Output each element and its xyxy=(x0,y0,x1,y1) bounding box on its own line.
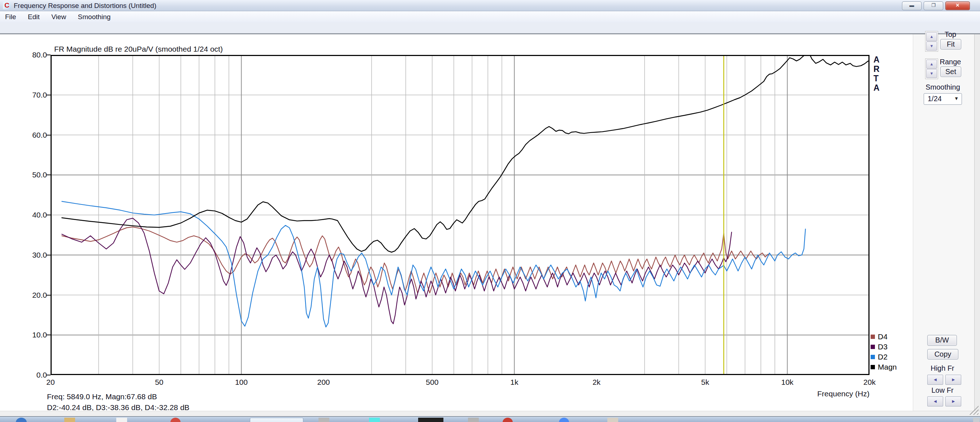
series-d2 xyxy=(62,201,805,327)
legend-swatch xyxy=(870,365,875,369)
low-fr-right-button[interactable]: ► xyxy=(945,397,961,406)
panel-divider xyxy=(913,34,913,411)
y-tick-mark xyxy=(46,334,51,335)
arta-app-icon: C xyxy=(3,2,11,10)
y-tick-mark xyxy=(46,135,51,135)
x-tick-label: 5k xyxy=(689,378,721,387)
red-app-icon[interactable] xyxy=(170,418,181,422)
legend: D4D3D2Magn xyxy=(870,332,914,372)
arta-watermark: A R T A xyxy=(873,55,880,92)
legend-label: Magn xyxy=(878,363,897,371)
y-tick-mark xyxy=(46,54,51,55)
smoothing-value: 1/24 xyxy=(928,95,942,103)
y-tick-label: 50.0 xyxy=(21,170,47,179)
y-tick-mark xyxy=(46,175,51,175)
x-tick-label: 2k xyxy=(580,378,613,387)
y-tick-mark xyxy=(46,295,51,296)
series-d4 xyxy=(62,227,768,293)
high-fr-right-button[interactable]: ► xyxy=(945,375,961,385)
beige-app-icon[interactable] xyxy=(607,418,618,422)
toolbar-strip xyxy=(0,22,980,33)
window-title: Frequency Response and Distortions (Unti… xyxy=(14,2,156,10)
y-tick-mark xyxy=(46,255,51,255)
x-tick-label: 500 xyxy=(416,378,449,387)
high-fr-label: High Fr xyxy=(924,364,961,373)
screen: { "window": { "title": "Frequency Respon… xyxy=(0,0,980,422)
y-tick-mark xyxy=(46,215,51,215)
smoothing-dropdown[interactable]: 1/24 ▼ xyxy=(924,93,962,105)
window-frame-right xyxy=(974,34,980,416)
top-label: Top xyxy=(939,30,962,39)
red-app2-icon[interactable] xyxy=(503,418,513,422)
series-magn xyxy=(62,55,870,252)
range-spinner: ▲ ▼ xyxy=(925,59,938,79)
low-fr-label: Low Fr xyxy=(924,386,961,395)
minimize-button[interactable]: ▬ xyxy=(902,2,921,10)
high-fr-left-button[interactable]: ◄ xyxy=(927,375,943,385)
x-axis-title: Frequency (Hz) xyxy=(761,390,870,398)
browser-icon[interactable] xyxy=(559,418,569,422)
meter-app-icon[interactable] xyxy=(418,418,444,422)
chevron-down-icon: ▼ xyxy=(954,96,959,101)
fit-button[interactable]: Fit xyxy=(940,39,961,49)
series-d3 xyxy=(62,218,732,324)
x-tick-label: 100 xyxy=(225,378,258,387)
legend-swatch xyxy=(870,334,875,339)
menu-smoothing[interactable]: Smoothing xyxy=(73,11,116,23)
x-tick-label: 20k xyxy=(853,378,886,387)
start-orb[interactable] xyxy=(16,418,27,422)
legend-item-d2: D2 xyxy=(870,352,914,362)
legend-label: D3 xyxy=(878,342,888,351)
range-down-button[interactable]: ▼ xyxy=(926,69,937,78)
y-tick-mark xyxy=(46,95,51,96)
low-fr-buttons: ◄ ► xyxy=(927,397,962,406)
smoothing-label: Smoothing xyxy=(921,83,964,91)
legend-item-d4: D4 xyxy=(870,332,914,342)
scope-app-icon[interactable] xyxy=(369,418,380,422)
x-tick-label: 1k xyxy=(498,378,530,387)
active-task-button[interactable] xyxy=(250,418,303,422)
chart-canvas[interactable] xyxy=(51,55,870,375)
top-down-button[interactable]: ▼ xyxy=(926,41,937,51)
notepad-icon[interactable] xyxy=(116,418,127,422)
y-tick-label: 70.0 xyxy=(21,91,47,99)
legend-item-magn: Magn xyxy=(870,362,914,372)
legend-label: D2 xyxy=(878,353,888,361)
chart-title: FR Magnitude dB re 20uPa/V (smoothed 1/2… xyxy=(54,45,223,54)
menu-edit[interactable]: Edit xyxy=(23,11,45,23)
range-label: Range xyxy=(937,58,963,66)
restore-button[interactable]: ❐ xyxy=(924,2,943,10)
legend-swatch xyxy=(870,355,875,359)
high-fr-buttons: ◄ ► xyxy=(927,375,962,385)
close-button[interactable]: ✕ xyxy=(945,2,970,10)
y-tick-label: 10.0 xyxy=(21,331,47,339)
legend-swatch xyxy=(870,345,875,349)
bw-button[interactable]: B/W xyxy=(927,335,957,346)
legend-label: D4 xyxy=(878,333,888,341)
y-tick-mark xyxy=(46,375,51,376)
gray-app2-icon[interactable] xyxy=(468,418,479,422)
taskbar[interactable] xyxy=(0,416,980,422)
legend-item-d3: D3 xyxy=(870,342,914,352)
range-up-button[interactable]: ▲ xyxy=(926,60,937,68)
menu-file[interactable]: File xyxy=(0,11,21,23)
x-tick-label: 10k xyxy=(771,378,803,387)
cursor-readout-line1: Freq: 5849.0 Hz, Magn:67.68 dB xyxy=(47,392,157,401)
plot-area[interactable] xyxy=(51,55,870,375)
copy-button[interactable]: Copy xyxy=(927,349,958,360)
folder-icon[interactable] xyxy=(64,418,75,422)
y-tick-label: 80.0 xyxy=(21,51,47,59)
y-tick-label: 60.0 xyxy=(21,131,47,140)
top-spinner: ▲ ▼ xyxy=(925,31,938,52)
gray-app-icon[interactable] xyxy=(318,418,329,422)
title-bar[interactable]: C Frequency Response and Distortions (Un… xyxy=(0,0,980,11)
low-fr-left-button[interactable]: ◄ xyxy=(927,397,943,406)
menu-bar: File Edit View Smoothing xyxy=(0,11,980,22)
y-tick-label: 40.0 xyxy=(21,211,47,219)
set-button[interactable]: Set xyxy=(940,67,961,77)
y-tick-label: 30.0 xyxy=(21,251,47,260)
show-desktop-button[interactable] xyxy=(973,418,980,422)
x-tick-label: 50 xyxy=(143,378,175,387)
menu-view[interactable]: View xyxy=(46,11,71,23)
top-up-button[interactable]: ▲ xyxy=(926,32,937,41)
